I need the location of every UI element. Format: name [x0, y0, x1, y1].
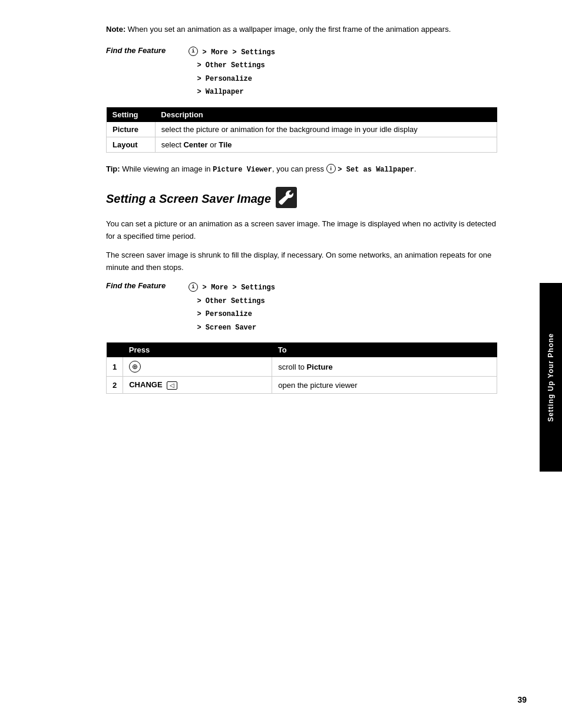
table-row: 1 ⊕ scroll to Picture	[107, 357, 497, 377]
nav-cross-icon: ⊕	[129, 361, 141, 373]
path-line-3: > Personalize	[189, 73, 275, 86]
nav-icon-1: i	[189, 47, 198, 56]
tip-set-wallpaper: > Set as Wallpaper	[338, 166, 414, 174]
side-tab-label: Setting Up Your Phone	[547, 333, 555, 422]
setting-picture: Picture	[107, 122, 156, 137]
tip-text-middle: , you can press	[272, 164, 326, 173]
change-label: CHANGE	[129, 380, 162, 389]
press-change: CHANGE ◁	[123, 377, 272, 394]
wallpaper-settings-table: Setting Description Picture select the p…	[106, 107, 497, 153]
screen-saver-body1: You can set a picture or an animation as…	[106, 218, 497, 243]
screen-saver-body2: The screen saver image is shrunk to fill…	[106, 249, 497, 274]
find-feature-screensaver: Find the Feature i > More > Settings > O…	[106, 281, 497, 334]
nav-icon-tip: i	[326, 164, 336, 173]
table-row: Picture select the picture or animation …	[107, 122, 497, 137]
path-line-2: > Other Settings	[189, 59, 275, 73]
to-scroll-picture: scroll to Picture	[272, 357, 497, 377]
ss-path-line-1: i > More > Settings	[189, 281, 275, 295]
row-num-2: 2	[107, 377, 123, 394]
ss-path-line-3: > Personalize	[189, 308, 275, 321]
screen-saver-title-text: Setting a Screen Saver Image	[106, 192, 271, 206]
setting-layout: Layout	[107, 137, 156, 152]
path-line-1: i > More > Settings	[189, 46, 275, 60]
press-header-row: Press To	[107, 342, 497, 357]
col-header-description: Description	[155, 107, 497, 122]
change-key-icon: ◁	[167, 381, 177, 390]
find-feature-path-screensaver: i > More > Settings > Other Settings > P…	[189, 281, 275, 334]
press-table: Press To 1 ⊕ scroll to Picture 2 CHANGE …	[106, 342, 497, 394]
tool-icon	[276, 187, 297, 211]
press-nav: ⊕	[123, 357, 272, 377]
table-row: 2 CHANGE ◁ open the picture viewer	[107, 377, 497, 394]
page-container: Setting Up Your Phone Note: When you set…	[0, 0, 562, 728]
main-content: Note: When you set an animation as a wal…	[0, 0, 527, 428]
tip-label: Tip:	[106, 164, 120, 173]
tip-period: .	[414, 164, 416, 173]
col-num	[107, 342, 123, 357]
find-feature-path-wallpaper: i > More > Settings > Other Settings > P…	[189, 46, 275, 99]
desc-picture: select the picture or animation for the …	[155, 122, 497, 137]
tip-section: Tip: While viewing an image in Picture V…	[106, 163, 497, 175]
note-label: Note:	[106, 25, 125, 34]
find-feature-wallpaper: Find the Feature i > More > Settings > O…	[106, 46, 497, 99]
path-line-4: > Wallpaper	[189, 85, 275, 99]
col-to: To	[272, 342, 497, 357]
ss-path-line-2: > Other Settings	[189, 295, 275, 308]
desc-layout: select Center or Tile	[155, 137, 497, 152]
nav-icon-2: i	[189, 282, 198, 292]
note-section: Note: When you set an animation as a wal…	[106, 24, 497, 35]
table-header-row: Setting Description	[107, 107, 497, 122]
tip-text-before: While viewing an image in	[122, 164, 213, 173]
col-press: Press	[123, 342, 272, 357]
note-text: When you set an animation as a wallpaper…	[125, 25, 451, 34]
screen-saver-title: Setting a Screen Saver Image	[106, 187, 497, 211]
page-number: 39	[517, 695, 527, 704]
table-row: Layout select Center or Tile	[107, 137, 497, 152]
ss-path-line-4: > Screen Saver	[189, 321, 275, 335]
to-open-viewer: open the picture viewer	[272, 377, 497, 394]
row-num-1: 1	[107, 357, 123, 377]
col-header-setting: Setting	[107, 107, 156, 122]
side-tab: Setting Up Your Phone	[540, 283, 562, 472]
tip-picture-viewer: Picture Viewer	[213, 166, 272, 174]
find-feature-label-wallpaper: Find the Feature	[106, 46, 189, 55]
find-feature-label-screensaver: Find the Feature	[106, 281, 189, 290]
